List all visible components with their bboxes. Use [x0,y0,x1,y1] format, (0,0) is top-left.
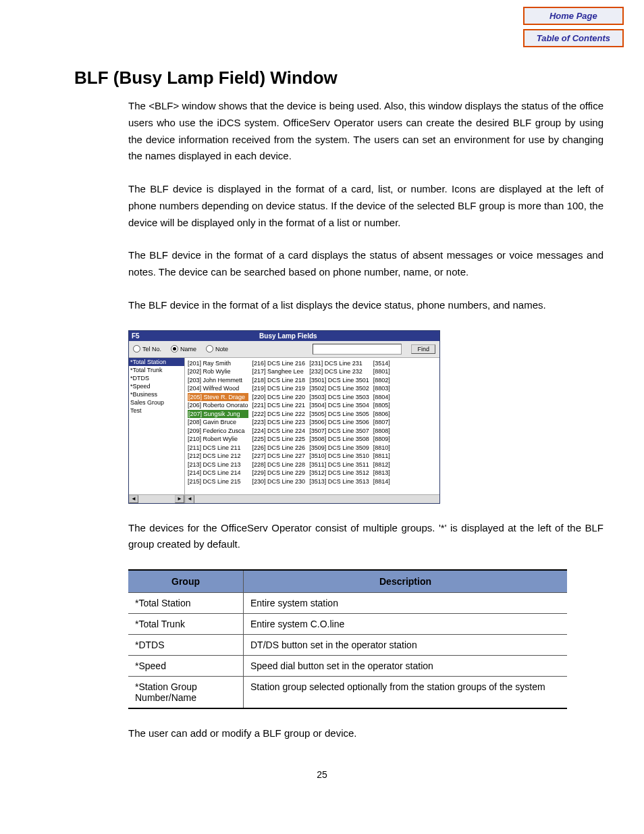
list-item[interactable]: [229] DCS Line 229 [252,469,306,477]
list-item[interactable]: [3506] DCS Line 3506 [309,418,369,427]
cell-group: *Speed [128,656,244,677]
sidebar-item-business[interactable]: *Business [129,390,184,398]
radio-note-label: Note [215,346,228,353]
list-item[interactable]: [8805] [373,401,390,410]
list-item[interactable]: [8811] [373,452,390,461]
list-item[interactable]: [3502] DCS Line 3502 [309,384,369,393]
list-item[interactable]: [220] DCS Line 220 [252,393,306,402]
list-item[interactable]: [219] DCS Line 219 [252,384,306,393]
page-number: 25 [41,769,603,780]
scroll-left-icon[interactable]: ◄ [129,495,138,503]
list-item[interactable]: [8802] [373,376,390,385]
list-item-busy[interactable]: [205] Steve R. Drage [188,393,248,402]
list-item[interactable]: [3509] DCS Line 3509 [309,444,369,452]
list-item[interactable]: [202] Rob Wylie [188,367,248,376]
list-item[interactable]: [3505] DCS Line 3505 [309,410,369,419]
list-item[interactable]: [221] DCS Line 221 [252,401,306,410]
listing-column-3: [231] DCS Line 231 [232] DCS Line 232 [3… [309,359,369,486]
list-item[interactable]: [212] DCS Line 212 [188,452,248,461]
list-item[interactable]: [3514] [373,359,390,368]
list-item[interactable]: [3503] DCS Line 3503 [309,393,369,402]
list-item[interactable]: [230] DCS Line 230 [252,477,306,486]
radio-note[interactable]: Note [206,345,228,353]
list-item[interactable]: [213] DCS Line 213 [188,461,248,469]
list-item[interactable]: [217] Sanghee Lee [252,367,306,376]
radio-icon [171,345,178,353]
table-row: *Total Station Entire system station [128,593,567,614]
list-item-active[interactable]: [207] Sungsik Jung [188,410,248,419]
list-item[interactable]: [224] DCS Line 224 [252,427,306,436]
list-item[interactable]: [214] DCS Line 214 [188,469,248,477]
sidebar-item-total-trunk[interactable]: *Total Trunk [129,366,184,374]
list-item[interactable]: [206] Roberto Onorato [188,401,248,410]
list-item[interactable]: [8808] [373,427,390,436]
radio-name[interactable]: Name [171,345,196,353]
list-item[interactable]: [8812] [373,461,390,469]
list-item[interactable]: [3504] DCS Line 3504 [309,401,369,410]
list-item[interactable]: [3512] DCS Line 3512 [309,469,369,477]
list-item[interactable]: [8801] [373,367,390,376]
list-item[interactable]: [3510] DCS Line 3510 [309,452,369,461]
list-item[interactable]: [8814] [373,477,390,486]
list-item[interactable]: [3508] DCS Line 3508 [309,435,369,444]
sidebar-item-test[interactable]: Test [129,407,184,415]
table-row: *DTDS DT/DS button set in the operator s… [128,635,567,656]
sidebar-scrollbar[interactable]: ◄ ► [129,494,184,503]
sidebar-item-total-station[interactable]: *Total Station [129,358,184,366]
sidebar-item-speed[interactable]: *Speed [129,382,184,390]
list-item[interactable]: [208] Gavin Bruce [188,418,248,427]
scroll-left-icon[interactable]: ◄ [185,495,194,503]
list-item[interactable]: [228] DCS Line 228 [252,461,306,469]
list-item[interactable]: [8804] [373,393,390,402]
list-item[interactable]: [218] DCS Line 218 [252,376,306,385]
titlebar-f5: F5 [132,332,140,340]
list-item[interactable]: [226] DCS Line 226 [252,444,306,452]
list-item[interactable]: [201] Ray Smith [188,359,248,368]
list-item[interactable]: [215] DCS Line 215 [188,477,248,486]
cell-description: Station group selected optionally from t… [244,677,568,709]
sidebar-item-sales-group[interactable]: Sales Group [129,398,184,407]
list-item[interactable]: [204] Wilfred Wood [188,384,248,393]
cell-group: *DTDS [128,635,244,656]
list-item[interactable]: [211] DCS Line 211 [188,444,248,452]
list-item[interactable]: [232] DCS Line 232 [309,367,369,376]
list-item[interactable]: [3507] DCS Line 3507 [309,427,369,436]
list-item[interactable]: [231] DCS Line 231 [309,359,369,368]
table-row: *Speed Speed dial button set in the oper… [128,656,567,677]
listing-column-4: [3514] [8801] [8802] [8803] [8804] [8805… [373,359,390,486]
list-item[interactable]: [223] DCS Line 223 [252,418,306,427]
list-item[interactable]: [8813] [373,469,390,477]
radio-telno-label: Tel No. [142,346,161,353]
list-item[interactable]: [203] John Hemmett [188,376,248,385]
list-item[interactable]: [227] DCS Line 227 [252,452,306,461]
list-item[interactable]: [8806] [373,410,390,419]
radio-telno[interactable]: Tel No. [133,345,161,353]
list-item[interactable]: [225] DCS Line 225 [252,435,306,444]
list-item[interactable]: [216] DCS Line 216 [252,359,306,368]
list-item[interactable]: [210] Robert Wylie [188,435,248,444]
listing-scrollbar[interactable]: ◄ [185,494,439,503]
list-item[interactable]: [8809] [373,435,390,444]
list-item[interactable]: [8807] [373,418,390,427]
toc-button[interactable]: Table of Contents [523,29,624,47]
list-item[interactable]: [3513] DCS Line 3513 [309,477,369,486]
device-listing: [201] Ray Smith [202] Rob Wylie [203] Jo… [185,358,439,503]
paragraph-5: The devices for the OfficeServ Operator … [128,520,603,554]
scroll-right-icon[interactable]: ► [175,495,184,503]
nav-button-group: Home Page Table of Contents [523,7,624,47]
list-item[interactable]: [8803] [373,384,390,393]
find-button[interactable]: Find [411,344,435,354]
list-item[interactable]: [3511] DCS Line 3511 [309,461,369,469]
list-item[interactable]: [3501] DCS Line 3501 [309,376,369,385]
search-input[interactable] [313,344,402,355]
sidebar-item-dtds[interactable]: *DTDS [129,374,184,382]
group-sidebar: *Total Station *Total Trunk *DTDS *Speed… [129,358,185,503]
home-page-button[interactable]: Home Page [523,7,624,25]
titlebar-label: Busy Lamp Fields [140,332,437,340]
table-header-description: Description [244,570,568,593]
list-item[interactable]: [8810] [373,444,390,452]
paragraph-3: The BLF device in the format of a card d… [128,247,603,281]
list-item[interactable]: [209] Federico Zusca [188,427,248,436]
list-item[interactable]: [222] DCS Line 222 [252,410,306,419]
cell-description: Entire system station [244,593,568,614]
